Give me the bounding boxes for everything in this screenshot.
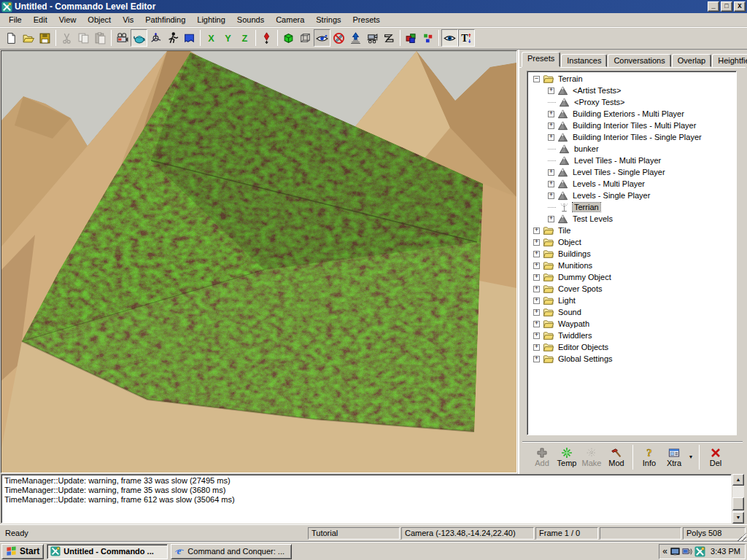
presets-tree[interactable]: −Terrain+<Artist Tests><Proxy Tests>+Bui… (527, 71, 737, 435)
menu-sounds[interactable]: Sounds (231, 14, 270, 26)
tree-item-label[interactable]: Building Exteriors - Multi Player (571, 109, 686, 118)
tree-item[interactable]: +Building Interior Tiles - Single Player (527, 131, 736, 143)
tree-item-label[interactable]: Levels - Multi Player (571, 179, 646, 188)
tree-item[interactable]: +Building Exteriors - Multi Player (527, 108, 736, 120)
scroll-down-icon[interactable]: ▼ (732, 512, 744, 524)
dolly-camera-button[interactable] (364, 29, 381, 47)
axis-x-button[interactable]: X (203, 29, 220, 47)
xtra-dropdown-icon[interactable]: ▾ (686, 444, 695, 470)
menu-presets[interactable]: Presets (347, 14, 386, 26)
tree-item[interactable]: +Cover Spots (527, 283, 736, 295)
menu-view[interactable]: View (53, 14, 82, 26)
menu-vis[interactable]: Vis (117, 14, 139, 26)
camera-view-button[interactable] (114, 29, 131, 47)
terrain-flag-button[interactable] (181, 29, 198, 47)
axis-gizmo-button[interactable] (147, 29, 164, 47)
tree-item-label[interactable]: Buildings (557, 249, 592, 258)
text-size-button[interactable]: T (458, 29, 475, 47)
expand-plus-icon[interactable]: + (548, 88, 554, 94)
scroll-up-icon[interactable]: ▲ (732, 474, 744, 486)
tree-item[interactable]: +Editor Objects (527, 341, 736, 353)
tree-item-label[interactable]: <Proxy Tests> (573, 98, 627, 106)
tree-item-label[interactable]: Global Settings (557, 354, 614, 363)
taskbar-task[interactable]: Untitled - Commando ... (47, 544, 168, 559)
tree-item[interactable]: +Levels - Single Player (527, 190, 736, 201)
tree-item-label[interactable]: bunker (573, 144, 600, 153)
tree-item-label[interactable]: Test Levels (571, 214, 614, 223)
tree-item[interactable]: bunker (527, 143, 736, 155)
tree-item-label[interactable]: Levels - Single Player (571, 191, 651, 200)
collapse-minus-icon[interactable]: − (533, 76, 540, 82)
tree-item[interactable]: Level Tiles - Multi Player (527, 155, 736, 166)
maximize-button[interactable]: □ (721, 1, 732, 12)
collapse-chevrons-icon[interactable]: « (662, 546, 667, 556)
tree-item[interactable]: +Waypath (527, 318, 736, 330)
expand-plus-icon[interactable]: + (533, 251, 540, 257)
expand-plus-icon[interactable]: + (548, 134, 554, 141)
expand-plus-icon[interactable]: + (533, 332, 540, 339)
tab-instances[interactable]: Instances (561, 54, 607, 67)
expand-plus-icon[interactable]: + (548, 181, 554, 187)
tree-item-label[interactable]: Building Interior Tiles - Multi Player (571, 121, 697, 130)
copy-button[interactable] (75, 29, 92, 47)
log-scrollbar[interactable]: ▲ ▼ (732, 474, 744, 524)
expand-plus-icon[interactable]: + (533, 274, 540, 281)
tree-item[interactable]: +Test Levels (527, 213, 736, 225)
del-button[interactable]: Del (703, 444, 728, 470)
viewport-3d-scene[interactable] (1, 50, 517, 473)
tab-overlap[interactable]: Overlap (672, 54, 712, 67)
expand-plus-icon[interactable]: + (533, 286, 540, 292)
tree-item[interactable]: +Sound (527, 306, 736, 318)
colored-cubes-button[interactable] (403, 29, 419, 47)
drop-to-ground-button[interactable] (258, 29, 275, 47)
tree-item-label[interactable]: Light (557, 296, 577, 305)
walk-mode-button[interactable] (164, 29, 181, 47)
output-log[interactable]: TimeManager::Update: warning, frame 33 w… (1, 474, 732, 524)
tree-item-label[interactable]: Terrian (573, 203, 600, 211)
tree-item-label[interactable]: Building Interior Tiles - Single Player (571, 133, 703, 141)
tree-item-label[interactable]: Waypath (557, 319, 591, 328)
expand-plus-icon[interactable]: + (533, 228, 540, 234)
menu-file[interactable]: File (3, 14, 28, 26)
menu-lighting[interactable]: Lighting (191, 14, 231, 26)
tree-item-label[interactable]: Dummy Object (557, 273, 613, 281)
expand-plus-icon[interactable]: + (548, 216, 554, 222)
expand-plus-icon[interactable]: + (533, 309, 540, 316)
menu-strings[interactable]: Strings (310, 14, 347, 26)
expand-plus-icon[interactable]: + (533, 321, 540, 327)
temp-button[interactable]: Temp (554, 444, 579, 470)
resize-grip[interactable] (738, 532, 746, 541)
tree-item[interactable]: +Munitions (527, 260, 736, 271)
tree-item[interactable]: +Twiddlers (527, 330, 736, 341)
tree-item-label[interactable]: Sound (557, 308, 583, 316)
save-button[interactable] (36, 29, 53, 47)
mod-button[interactable]: Mod (604, 444, 629, 470)
tree-item-label[interactable]: Object (557, 238, 583, 246)
tree-item-label[interactable]: Tile (557, 226, 572, 235)
cut-button[interactable] (58, 29, 75, 47)
scroll-thumb[interactable] (732, 497, 744, 510)
tree-item[interactable]: +<Artist Tests> (527, 85, 736, 96)
tree-item[interactable]: −Terrain (527, 73, 736, 85)
tree-item[interactable]: <Proxy Tests> (527, 96, 736, 108)
tab-conversations[interactable]: Conversations (608, 54, 670, 67)
expand-plus-icon[interactable]: + (533, 356, 540, 362)
expand-plus-icon[interactable]: + (533, 262, 540, 269)
tree-item[interactable]: +Object (527, 236, 736, 248)
rgb-points-button[interactable] (419, 29, 436, 47)
polygon-button[interactable] (381, 29, 398, 47)
xtra-button[interactable]: Xtra (662, 444, 686, 470)
expand-plus-icon[interactable]: + (533, 239, 540, 246)
tree-item[interactable]: Terrian (527, 201, 736, 213)
menu-pathfinding[interactable]: Pathfinding (139, 14, 191, 26)
tree-item-label[interactable]: Level Tiles - Single Player (571, 168, 667, 176)
start-button[interactable]: Start (1, 544, 44, 559)
tree-item-label[interactable]: Cover Spots (557, 284, 604, 293)
tree-item[interactable]: +Tile (527, 225, 736, 236)
visibility-button[interactable] (314, 29, 330, 47)
tree-item-label[interactable]: Editor Objects (557, 343, 610, 351)
axis-y-button[interactable]: Y (220, 29, 236, 47)
eye-toggle-button[interactable] (441, 29, 458, 47)
render-teapot-button[interactable] (131, 29, 147, 47)
make-button[interactable]: Make (579, 444, 604, 470)
